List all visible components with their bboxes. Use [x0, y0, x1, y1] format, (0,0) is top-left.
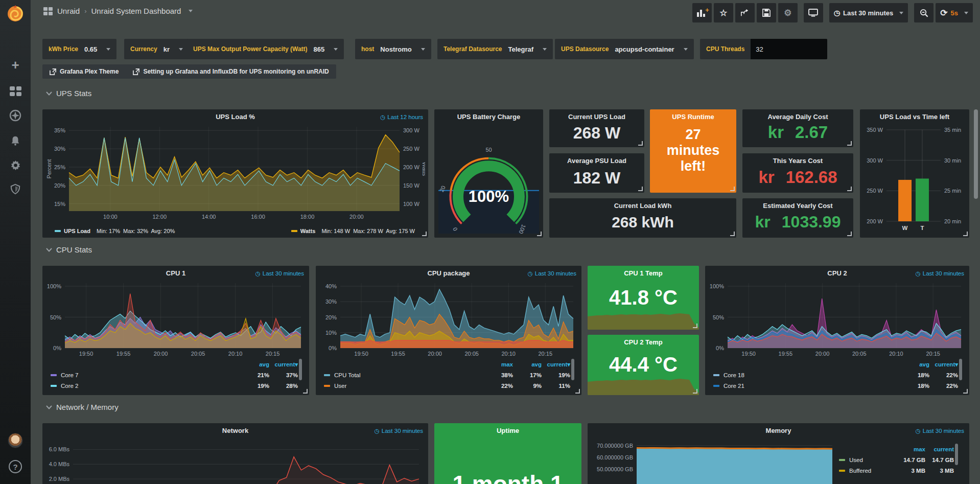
panel-title[interactable]: Average PSU Load: [549, 157, 644, 165]
cpu-package-legend[interactable]: maxavgcurrent▾ CPU Total38%17%19% User22…: [324, 359, 570, 391]
stat-value: kr1033.99: [742, 213, 853, 232]
legend-sort-column[interactable]: current▾: [542, 361, 570, 368]
legend-sort-column[interactable]: current: [925, 446, 954, 452]
ups-bar-chart[interactable]: 350 W35 min300 W30 min250 W25 min200 W20…: [862, 122, 967, 235]
star-dashboard-button[interactable]: ☆: [714, 3, 733, 22]
cycle-view-mode-button[interactable]: [804, 3, 823, 22]
svg-text:16:00: 16:00: [251, 214, 265, 220]
panel-title[interactable]: CPU 1 Temp: [588, 269, 699, 277]
title-caret-icon[interactable]: [189, 10, 193, 12]
cpu1-legend[interactable]: avgcurrent▾ Core 721%37% Core 219%28%: [51, 359, 298, 391]
refresh-picker[interactable]: ⟳ 5s: [936, 3, 973, 22]
variable-kwh-price[interactable]: kWh Price 0.65: [42, 39, 116, 59]
link-grafana-plex-theme[interactable]: Grafana Plex Theme: [50, 68, 119, 75]
battery-gauge[interactable]: 02050100100%: [434, 109, 543, 238]
legend-series[interactable]: UPS Load Min: 17% Max: 32% Avg: 20%: [55, 228, 175, 234]
panel-title[interactable]: Average Daily Cost: [742, 113, 853, 121]
panel-time-override[interactable]: ◷Last 30 minutes: [255, 270, 304, 277]
dashboards-icon[interactable]: [0, 82, 31, 100]
variable-ups-max-power[interactable]: UPS Max Output Power Capacity (Watt) 865: [187, 39, 344, 59]
panel-time-override[interactable]: ◷Last 30 minutes: [528, 270, 576, 277]
panel-title[interactable]: UPS Runtime: [650, 113, 736, 121]
panel-time-override[interactable]: ◷Last 30 minutes: [375, 427, 423, 434]
legend-series-row[interactable]: Used14.7 GB14.7 GB: [839, 454, 954, 465]
legend-sort-column[interactable]: current▾: [269, 361, 298, 368]
panel-title[interactable]: Uptime: [434, 427, 581, 434]
add-panel-button[interactable]: +: [692, 3, 712, 22]
cpu-threads-input[interactable]: [751, 39, 827, 59]
svg-text:19:55: 19:55: [779, 351, 793, 357]
zoom-out-button[interactable]: [914, 3, 934, 22]
variable-ups-datasource[interactable]: UPS Datasource apcupsd-container: [555, 39, 694, 59]
cpu-package-chart[interactable]: 0%10%20%30%40%19:5019:5520:0020:0520:102…: [319, 279, 578, 358]
section-ups-stats[interactable]: UPS Stats: [46, 89, 91, 98]
memory-legend[interactable]: maxcurrent Used14.7 GB14.7 GB Buffered3 …: [839, 444, 954, 476]
legend-sort-column[interactable]: current▾: [929, 361, 958, 368]
svg-text:60.000000 GB: 60.000000 GB: [597, 454, 633, 460]
panel-title[interactable]: Estimated Yearly Cost: [742, 202, 853, 210]
legend-series-row[interactable]: Core 1818%22%: [713, 370, 958, 380]
dashboard-grid-icon[interactable]: [43, 7, 53, 15]
panel-title[interactable]: Memory: [588, 427, 969, 434]
variable-host[interactable]: host Nostromo: [355, 39, 431, 59]
user-avatar[interactable]: [0, 432, 31, 449]
legend-scrollbar[interactable]: [299, 359, 302, 380]
breadcrumb-root[interactable]: Unraid: [57, 7, 80, 15]
panel-title[interactable]: Network: [42, 427, 428, 434]
svg-text:150 W: 150 W: [403, 182, 419, 189]
svg-text:0%: 0%: [329, 345, 337, 351]
panel-title[interactable]: UPS Battery Charge: [434, 113, 543, 121]
panel-time-override[interactable]: ◷Last 30 minutes: [916, 270, 964, 277]
legend-sort-column[interactable]: max: [484, 361, 513, 367]
memory-chart[interactable]: 70.000000 GB60.000000 GB50.000000 GB: [592, 436, 835, 484]
link-ups-monitoring-guide[interactable]: Setting up Grafana and InfluxDB for UPS …: [133, 68, 329, 75]
network-chart[interactable]: 6.0 MBs4.0 MBs2.0 MBs: [45, 436, 425, 484]
legend-scrollbar[interactable]: [571, 359, 574, 380]
legend-series-row[interactable]: Core 2118%22%: [713, 380, 958, 391]
cpu2-legend[interactable]: avgcurrent▾ Core 1818%22% Core 2118%22%: [713, 359, 958, 391]
panel-time-override[interactable]: ◷Last 12 hours: [380, 113, 423, 121]
legend-sort-column[interactable]: avg: [901, 361, 929, 367]
ups-load-chart[interactable]: 15%20%25%30%35%100 W150 W200 W250 W300 W…: [45, 123, 425, 222]
help-icon[interactable]: ?: [0, 458, 31, 475]
dashboard-settings-button[interactable]: ⚙: [778, 3, 798, 22]
page-title[interactable]: Unraid System Dashboard: [91, 7, 181, 15]
server-admin-shield-icon[interactable]: [0, 180, 31, 198]
page-scrollbar[interactable]: [974, 109, 978, 199]
legend-series-row[interactable]: Core 219%28%: [51, 380, 298, 391]
ups-load-legend[interactable]: UPS Load Min: 17% Max: 32% Avg: 20% Watt…: [55, 228, 415, 234]
panel-time-override[interactable]: ◷Last 30 minutes: [916, 427, 964, 434]
save-dashboard-button[interactable]: [757, 3, 776, 22]
legend-scrollbar[interactable]: [959, 359, 962, 380]
legend-series-row[interactable]: User22%9%11%: [324, 380, 570, 391]
share-dashboard-button[interactable]: [735, 3, 755, 22]
stat-value: 268 kWh: [549, 214, 736, 231]
time-range-picker[interactable]: ◷ Last 30 minutes: [829, 3, 908, 22]
legend-series[interactable]: Watts Min: 148 W Max: 278 W Avg: 175 W: [291, 228, 415, 234]
legend-sort-column[interactable]: avg: [513, 361, 542, 367]
section-cpu-stats[interactable]: CPU Stats: [46, 245, 92, 254]
variable-currency[interactable]: Currency kr: [124, 39, 189, 59]
configuration-gear-icon[interactable]: [0, 156, 31, 174]
legend-series-row[interactable]: Buffered3 MB3 MB: [839, 465, 954, 476]
panel-title[interactable]: UPS Load %: [42, 113, 428, 121]
cpu1-chart[interactable]: 0%50%100%19:5019:5520:0020:0520:1020:15: [45, 279, 306, 358]
panel-title[interactable]: This Years Cost: [742, 157, 853, 165]
panel-title[interactable]: Current UPS Load: [549, 113, 644, 121]
alerting-bell-icon[interactable]: [0, 132, 31, 149]
explore-icon[interactable]: [0, 107, 31, 124]
legend-scrollbar[interactable]: [955, 444, 958, 465]
panel-title[interactable]: UPS Load vs Time left: [860, 113, 969, 121]
legend-sort-column[interactable]: avg: [241, 361, 269, 367]
panel-title[interactable]: CPU 2 Temp: [588, 338, 699, 346]
create-icon[interactable]: +: [0, 56, 31, 74]
section-network-memory[interactable]: Network / Memory: [46, 403, 119, 411]
variable-telegraf-datasource[interactable]: Telegraf Datasource Telegraf: [437, 39, 553, 59]
legend-series-row[interactable]: Core 721%37%: [51, 370, 298, 380]
legend-series-row[interactable]: CPU Total38%17%19%: [324, 370, 570, 380]
legend-sort-column[interactable]: max: [897, 446, 925, 452]
grafana-logo-icon[interactable]: [5, 3, 26, 24]
panel-title[interactable]: Current Load kWh: [549, 202, 736, 210]
cpu2-chart[interactable]: 0%50%100%19:5019:5520:0020:0520:1020:15: [708, 279, 966, 358]
breadcrumb-separator-icon: ›: [84, 7, 86, 15]
